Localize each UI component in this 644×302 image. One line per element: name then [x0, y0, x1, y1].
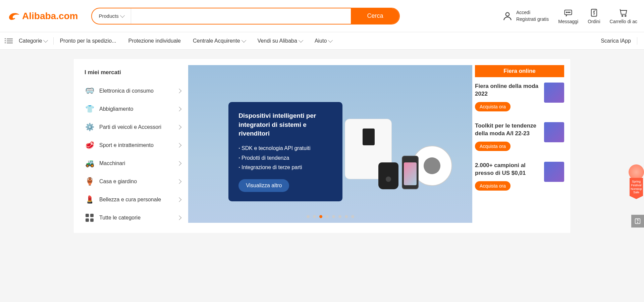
carousel-dot-6[interactable] [345, 215, 348, 218]
hero-bullet-list: SDK e tecnologia API gratuitiProdotti di… [238, 144, 332, 172]
category-item-6[interactable]: 💄Bellezza e cura personale [80, 191, 185, 209]
carousel-dot-3[interactable] [326, 215, 329, 218]
category-label: Elettronica di consumo [99, 88, 154, 94]
spring-festival-badge[interactable]: Spring Festival Nonstop Sale [629, 164, 644, 198]
carousel-dot-1[interactable] [313, 215, 316, 218]
help-button[interactable] [631, 215, 644, 228]
categories-label: Categorie [19, 38, 42, 44]
alibaba-logo-icon [7, 9, 21, 23]
promo-list: Fiera online della moda 2022Acquista ora… [475, 77, 564, 196]
category-label: Abbigliamento [99, 106, 133, 112]
promo-text: 2.000+ campioni al presso di US $0,01Acq… [475, 162, 540, 191]
promo-text: Fiera online della moda 2022Acquista ora [475, 83, 540, 111]
nav-item-0[interactable]: Pronto per la spedizio... [54, 32, 122, 49]
help-icon [634, 217, 641, 225]
promo-header[interactable]: Fiera online [475, 65, 564, 77]
chevron-down-icon [241, 38, 246, 42]
chevron-right-icon [177, 107, 181, 111]
badge-icon [629, 164, 644, 180]
messages-label: Messaggi [558, 19, 578, 24]
categories-menu[interactable]: Categorie [7, 32, 53, 49]
promo-item-0[interactable]: Fiera online della moda 2022Acquista ora [475, 77, 564, 117]
divider [637, 37, 637, 45]
nav-item-3[interactable]: Vendi su Alibaba [252, 32, 309, 49]
category-icon: 🥩 [85, 140, 95, 150]
search-category-dropdown[interactable]: Products [92, 8, 131, 24]
nav-items: Pronto per la spedizio...Protezione indi… [54, 32, 338, 49]
grid-icon [85, 213, 95, 223]
nav-item-2[interactable]: Centrale Acquirente [187, 32, 252, 49]
promo-buy-button[interactable]: Acquista ora [475, 102, 511, 111]
promo-item-1[interactable]: Toolkit per le tendenze della moda A/I 2… [475, 117, 564, 156]
orders-link[interactable]: $ Ordini [588, 8, 600, 24]
chevron-down-icon [328, 38, 333, 42]
promo-title: 2.000+ campioni al presso di US $0,01 [475, 162, 540, 177]
nav-bar: Categorie Pronto per la spedizio...Prote… [0, 32, 644, 50]
category-icon: 🥽 [85, 86, 95, 96]
chevron-right-icon [177, 143, 181, 148]
svg-point-7 [622, 15, 623, 16]
category-list: 🥽Elettronica di consumo👕Abbigliamento⚙️P… [80, 82, 185, 209]
message-icon [564, 8, 573, 17]
account-block[interactable]: Accedi Registrati gratis [502, 9, 549, 22]
carousel-dot-5[interactable] [338, 215, 341, 218]
orders-label: Ordini [588, 19, 600, 24]
chevron-right-icon [177, 125, 181, 130]
chevron-right-icon [177, 215, 181, 220]
svg-point-8 [625, 15, 626, 16]
category-item-0[interactable]: 🥽Elettronica di consumo [80, 82, 185, 100]
cart-link[interactable]: Carrello di ac [610, 8, 637, 24]
promo-buy-button[interactable]: Acquista ora [475, 142, 511, 151]
svg-text:$: $ [593, 11, 595, 15]
messages-link[interactable]: Messaggi [558, 8, 578, 24]
chevron-right-icon [177, 89, 181, 93]
category-item-1[interactable]: 👕Abbigliamento [80, 100, 185, 118]
badge-text: Spring Festival Nonstop Sale [630, 178, 643, 199]
nav-item-4[interactable]: Aiuto [309, 32, 338, 49]
chevron-right-icon [177, 161, 181, 166]
category-icon: 💄 [85, 195, 95, 205]
svg-point-10 [637, 222, 638, 222]
account-text: Accedi Registrati gratis [516, 9, 549, 22]
category-item-4[interactable]: 🚜Macchinari [80, 154, 185, 172]
category-item-5[interactable]: 🏺Casa e giardino [80, 172, 185, 191]
all-categories-item[interactable]: Tutte le categorie [80, 209, 185, 227]
svg-point-0 [506, 12, 509, 16]
promo-thumbnail [544, 83, 564, 103]
user-icon [502, 11, 513, 21]
hero-cta-button[interactable]: Visualizza altro [238, 179, 289, 192]
download-label: Scarica lApp [601, 38, 631, 44]
chevron-down-icon [43, 38, 48, 42]
carousel-dot-4[interactable] [332, 215, 335, 218]
nav-label: Vendi su Alibaba [258, 38, 297, 44]
promo-title: Fiera online della moda 2022 [475, 83, 540, 98]
hero-banner[interactable]: Dispositivi intelligenti per integratori… [188, 65, 472, 223]
logo[interactable]: Alibaba.com [7, 9, 78, 23]
chevron-down-icon [120, 13, 125, 17]
carousel-dot-7[interactable] [351, 215, 354, 218]
category-item-3[interactable]: 🥩Sport e intrattenimento [80, 136, 185, 154]
promo-thumbnail [544, 162, 564, 182]
carousel-dot-2[interactable] [319, 215, 322, 218]
carousel-dot-0[interactable] [307, 215, 310, 218]
promo-buy-button[interactable]: Acquista ora [475, 181, 511, 191]
promo-thumbnail [544, 122, 564, 142]
category-label: Sport e intrattenimento [99, 142, 154, 148]
category-icon: 🚜 [85, 158, 95, 168]
sidebar: I miei mercati 🥽Elettronica di consumo👕A… [80, 65, 185, 227]
search-button[interactable]: Cerca [351, 8, 399, 24]
download-app-link[interactable]: Scarica lApp [595, 38, 637, 44]
nav-label: Aiuto [315, 38, 327, 44]
nav-label: Centrale Acquirente [193, 38, 240, 44]
sidebar-title: I miei mercati [80, 65, 185, 82]
search-input[interactable] [131, 8, 351, 24]
hero-bullet: Prodotti di tendenza [238, 153, 332, 163]
category-item-2[interactable]: ⚙️Parti di veicoli e Accessori [80, 118, 185, 136]
login-link[interactable]: Accedi [516, 9, 549, 16]
register-link[interactable]: Registrati gratis [516, 16, 549, 23]
nav-item-1[interactable]: Protezione individuale [122, 32, 187, 49]
promo-title: Toolkit per le tendenze della moda A/I 2… [475, 122, 540, 138]
promo-text: Toolkit per le tendenze della moda A/I 2… [475, 122, 540, 151]
promo-item-2[interactable]: 2.000+ campioni al presso di US $0,01Acq… [475, 156, 564, 196]
chevron-right-icon [177, 197, 181, 202]
